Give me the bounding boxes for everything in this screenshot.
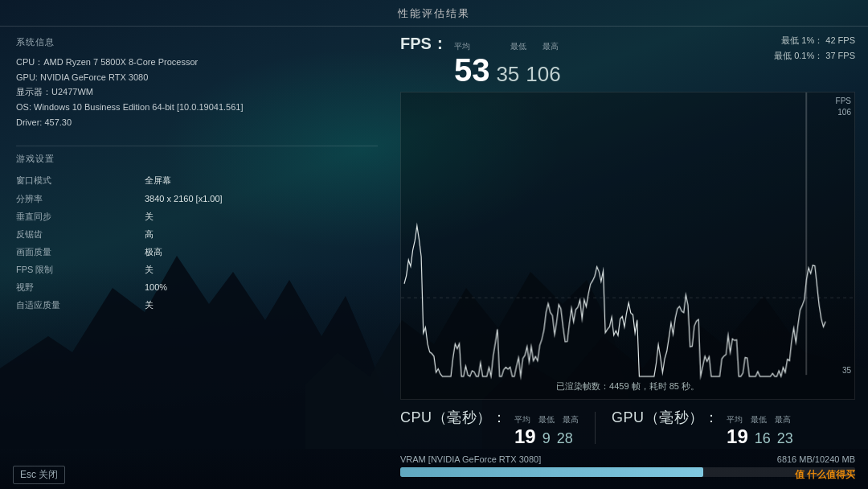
fps-low1pct-row: 最低 1%： 42 FPS — [774, 33, 855, 48]
setting-key: 自适应质量 — [16, 296, 96, 314]
fps-max-col-header: 最高 — [536, 41, 559, 52]
fps-min-col-header: 最低 — [504, 41, 526, 52]
fps-numbers: 53 35 106 — [454, 54, 561, 87]
setting-key: 反锯齿 — [16, 225, 96, 243]
setting-key: 窗口模式 — [16, 171, 96, 189]
esc-close-button[interactable]: Esc 关闭 — [13, 466, 65, 484]
watermark-text: 值 什么值得买 — [795, 468, 855, 482]
gpu-min-value: 16 — [755, 430, 771, 447]
fps-low0_1pct-value: 37 FPS — [825, 51, 855, 60]
vram-label: VRAM [NVIDIA GeForce RTX 3080] — [400, 454, 541, 464]
gpu-max-value: 23 — [777, 430, 793, 447]
settings-row: 画面质量极高 — [16, 243, 378, 261]
vram-label-row: VRAM [NVIDIA GeForce RTX 3080] 6816 MB/1… — [400, 454, 855, 464]
monitor-info: 显示器：U2477WM — [16, 84, 378, 100]
settings-row: FPS 限制关 — [16, 261, 378, 278]
setting-key: 画面质量 — [16, 243, 96, 261]
fps-label: FPS： — [400, 33, 448, 55]
fps-min-value: 35 — [496, 62, 519, 87]
cpu-max-label: 最高 — [563, 414, 579, 425]
fps-low0_1pct-label: 最低 0.1%： — [774, 51, 823, 60]
settings-row: 窗口模式全屏幕 — [16, 171, 378, 189]
setting-key: FPS 限制 — [16, 261, 96, 278]
settings-table: 窗口模式全屏幕分辨率3840 x 2160 [x1.00]垂直同步关反锯齿高画面… — [16, 171, 378, 314]
game-settings-label: 游戏设置 — [16, 153, 378, 165]
fps-avg-value: 53 — [454, 54, 490, 86]
graph-labels: FPS 106 — [836, 96, 851, 118]
settings-row: 分辨率3840 x 2160 [x1.00] — [16, 190, 378, 208]
fps-avg-col-header: 平均 — [454, 41, 494, 52]
gpu-info: GPU: NVIDIA GeForce RTX 3080 — [16, 70, 378, 85]
gpu-stat-block: GPU（毫秒）： 平均 最低 最高 19 16 23 — [612, 408, 793, 448]
gpu-avg-value: 19 — [727, 425, 748, 448]
cpu-stat-block: CPU（毫秒）： 平均 最低 最高 19 9 28 — [400, 408, 579, 448]
setting-key: 视野 — [16, 278, 96, 296]
cpu-max-value: 28 — [557, 430, 573, 447]
gpu-label: GPU（毫秒）： — [612, 408, 719, 427]
fps-graph-canvas — [401, 92, 854, 399]
gpu-min-label: 最低 — [751, 414, 767, 425]
stat-divider — [595, 412, 596, 444]
setting-value: 100% — [96, 278, 378, 296]
os-info: OS: Windows 10 Business Edition 64-bit [… — [16, 100, 378, 115]
cpu-info: CPU：AMD Ryzen 7 5800X 8-Core Processor — [16, 55, 378, 70]
fps-low1pct-value: 42 FPS — [825, 35, 855, 45]
cpu-min-value: 9 — [542, 430, 551, 447]
cpu-avg-label: 平均 — [514, 414, 530, 425]
left-panel: 系统信息 CPU：AMD Ryzen 7 5800X 8-Core Proces… — [0, 27, 394, 489]
setting-key: 垂直同步 — [16, 208, 96, 225]
settings-row: 视野100% — [16, 278, 378, 296]
fps-section: FPS： 平均 最低 最高 53 35 106 — [400, 33, 855, 88]
sys-info-lines: CPU：AMD Ryzen 7 5800X 8-Core Processor G… — [16, 55, 378, 129]
graph-fps-label: FPS — [836, 96, 851, 107]
fps-low1pct-label: 最低 1%： — [781, 35, 823, 45]
fps-max-value: 106 — [526, 62, 560, 87]
bottom-stats: CPU（毫秒）： 平均 最低 最高 19 9 28 — [400, 403, 855, 451]
fps-left: FPS： 平均 最低 最高 53 35 106 — [400, 33, 561, 87]
vram-usage: 6816 MB/10240 MB — [777, 454, 855, 464]
cpu-min-label: 最低 — [538, 414, 555, 425]
cpu-label: CPU（毫秒）： — [400, 408, 506, 427]
setting-value: 极高 — [96, 243, 378, 261]
fps-percentile-info: 最低 1%： 42 FPS 最低 0.1%： 37 FPS — [774, 33, 855, 63]
right-panel: FPS： 平均 最低 最高 53 35 106 — [394, 27, 868, 489]
driver-info: Driver: 457.30 — [16, 115, 378, 130]
fps-low0_1pct-row: 最低 0.1%： 37 FPS — [774, 48, 855, 64]
graph-max-value: 106 — [836, 107, 851, 118]
settings-row: 自适应质量关 — [16, 296, 378, 314]
game-settings-block: 游戏设置 窗口模式全屏幕分辨率3840 x 2160 [x1.00]垂直同步关反… — [16, 153, 378, 314]
gpu-max-label: 最高 — [775, 414, 791, 425]
setting-value: 3840 x 2160 [x1.00] — [96, 190, 378, 208]
settings-row: 垂直同步关 — [16, 208, 378, 225]
setting-value: 关 — [96, 296, 378, 314]
footer: Esc 关闭 值 什么值得买 — [0, 466, 868, 489]
graph-info-text: 已渲染帧数：4459 帧，耗时 85 秒。 — [556, 380, 699, 392]
settings-row: 反锯齿高 — [16, 225, 378, 243]
gpu-avg-label: 平均 — [727, 414, 743, 425]
setting-value: 全屏幕 — [96, 171, 378, 189]
cpu-avg-value: 19 — [514, 425, 536, 448]
page-title: 性能评估结果 — [0, 0, 868, 27]
sys-info-label: 系统信息 — [16, 36, 378, 48]
fps-top-row: FPS： 平均 最低 最高 53 35 106 — [400, 33, 855, 87]
title-text: 性能评估结果 — [398, 7, 470, 19]
fps-graph-container: FPS 106 35 已渲染帧数：4459 帧，耗时 85 秒。 — [400, 92, 855, 400]
setting-key: 分辨率 — [16, 190, 96, 208]
setting-value: 关 — [96, 261, 378, 278]
system-info-block: 系统信息 CPU：AMD Ryzen 7 5800X 8-Core Proces… — [16, 36, 378, 129]
setting-value: 关 — [96, 208, 378, 225]
setting-value: 高 — [96, 225, 378, 243]
graph-min-value: 35 — [842, 366, 851, 375]
